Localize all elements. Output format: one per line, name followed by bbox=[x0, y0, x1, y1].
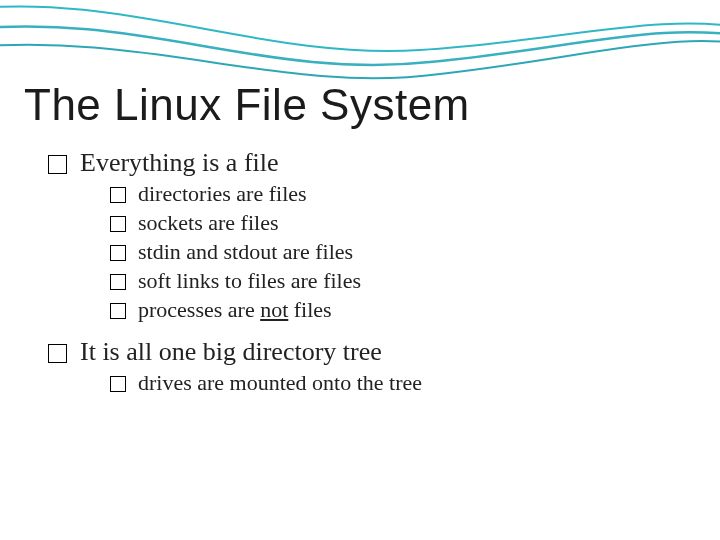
list-item-text: stdin and stdout are files bbox=[138, 239, 353, 264]
list-item: drives are mounted onto the tree bbox=[110, 370, 696, 396]
bullet-list-level2: directories are files sockets are files … bbox=[80, 181, 696, 323]
list-item-text: directories are files bbox=[138, 181, 307, 206]
list-item: sockets are files bbox=[110, 210, 696, 236]
square-bullet-icon bbox=[110, 376, 126, 392]
list-item: Everything is a file directories are fil… bbox=[48, 148, 696, 323]
slide-title: The Linux File System bbox=[24, 80, 696, 130]
bullet-list-level1: Everything is a file directories are fil… bbox=[24, 148, 696, 396]
square-bullet-icon bbox=[110, 245, 126, 261]
list-item-text: soft links to files are files bbox=[138, 268, 361, 293]
square-bullet-icon bbox=[48, 344, 67, 363]
list-item-text: drives are mounted onto the tree bbox=[138, 370, 422, 395]
list-item-text: It is all one big directory tree bbox=[80, 337, 382, 366]
bullet-list-level2: drives are mounted onto the tree bbox=[80, 370, 696, 396]
list-item-text: processes are not files bbox=[138, 297, 332, 322]
slide-content: The Linux File System Everything is a fi… bbox=[24, 80, 696, 410]
list-item-text: Everything is a file bbox=[80, 148, 279, 177]
square-bullet-icon bbox=[110, 274, 126, 290]
list-item: directories are files bbox=[110, 181, 696, 207]
list-item: soft links to files are files bbox=[110, 268, 696, 294]
square-bullet-icon bbox=[48, 155, 67, 174]
list-item: It is all one big directory tree drives … bbox=[48, 337, 696, 396]
list-item: processes are not files bbox=[110, 297, 696, 323]
square-bullet-icon bbox=[110, 216, 126, 232]
square-bullet-icon bbox=[110, 187, 126, 203]
square-bullet-icon bbox=[110, 303, 126, 319]
list-item-text: sockets are files bbox=[138, 210, 279, 235]
list-item: stdin and stdout are files bbox=[110, 239, 696, 265]
